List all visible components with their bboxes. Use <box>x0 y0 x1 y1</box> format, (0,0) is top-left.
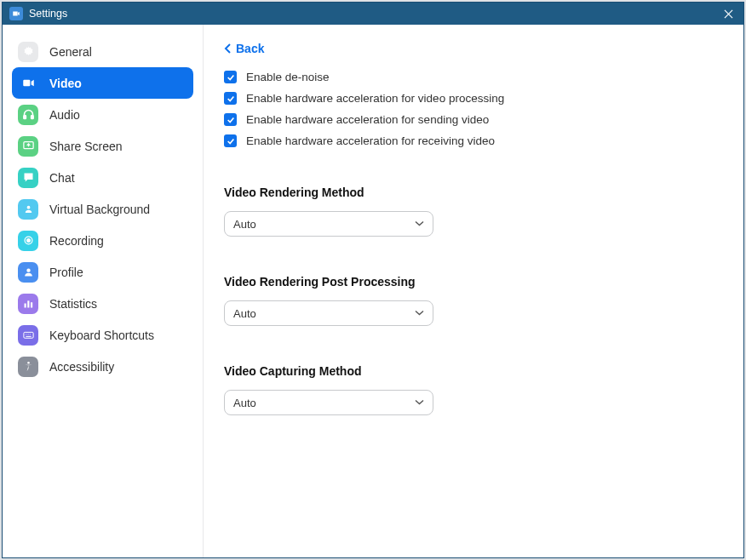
chevron-down-icon <box>415 310 424 317</box>
section-title: Video Rendering Post Processing <box>224 275 726 289</box>
recording-icon <box>18 231 38 251</box>
settings-window: Settings General Video <box>2 2 744 558</box>
select-post-processing[interactable]: Auto <box>224 300 433 326</box>
content-panel: Back Enable de-noise Enable hardware acc… <box>204 25 743 557</box>
checkbox-label: Enable de-noise <box>246 71 330 83</box>
statistics-icon <box>18 294 38 314</box>
chat-icon <box>18 168 38 188</box>
back-button[interactable]: Back <box>224 42 264 55</box>
sidebar-item-chat[interactable]: Chat <box>12 162 193 193</box>
sidebar-item-label: Accessibility <box>49 360 114 374</box>
back-label: Back <box>236 42 264 55</box>
svg-rect-3 <box>31 116 33 119</box>
sidebar-item-label: Chat <box>49 171 75 185</box>
sidebar-item-label: Profile <box>49 266 83 279</box>
checkbox-hw-receiving[interactable] <box>224 134 237 147</box>
app-icon <box>9 7 23 20</box>
sidebar-item-profile[interactable]: Profile <box>12 256 193 288</box>
sidebar-item-general[interactable]: General <box>12 36 193 67</box>
select-value: Auto <box>233 218 415 231</box>
sidebar: General Video Audio Share Screen <box>3 25 204 557</box>
svg-point-13 <box>27 362 30 364</box>
checkbox-group: Enable de-noise Enable hardware accelera… <box>224 71 726 147</box>
section-title: Video Rendering Method <box>224 186 726 199</box>
sidebar-item-accessibility[interactable]: Accessibility <box>12 351 193 382</box>
svg-rect-12 <box>23 332 32 338</box>
svg-rect-11 <box>31 302 32 307</box>
select-value: Auto <box>233 307 415 320</box>
sidebar-item-keyboard-shortcuts[interactable]: Keyboard Shortcuts <box>12 319 193 351</box>
section-rendering-method: Video Rendering Method Auto <box>224 186 726 237</box>
sidebar-item-label: Video <box>49 77 82 90</box>
section-title: Video Capturing Method <box>224 364 726 378</box>
sidebar-item-label: Recording <box>49 234 104 248</box>
virtual-background-icon <box>18 199 38 220</box>
svg-rect-9 <box>24 304 26 308</box>
accessibility-icon <box>18 357 38 377</box>
titlebar: Settings <box>3 3 743 25</box>
svg-point-5 <box>26 206 30 209</box>
select-value: Auto <box>233 397 415 409</box>
checkbox-label: Enable hardware acceleration for receivi… <box>246 134 495 147</box>
checkbox-hw-sending[interactable] <box>224 113 237 126</box>
video-icon <box>18 73 38 94</box>
svg-rect-2 <box>23 116 26 119</box>
svg-point-7 <box>26 239 30 243</box>
select-capturing-method[interactable]: Auto <box>224 390 433 415</box>
chevron-down-icon <box>415 399 424 406</box>
checkbox-label: Enable hardware acceleration for video p… <box>246 92 504 105</box>
sidebar-item-label: Statistics <box>49 297 97 311</box>
svg-rect-10 <box>27 300 29 307</box>
checkbox-hw-processing[interactable] <box>224 92 237 105</box>
sidebar-item-statistics[interactable]: Statistics <box>12 288 193 319</box>
checkbox-row: Enable hardware acceleration for video p… <box>224 92 726 105</box>
select-rendering-method[interactable]: Auto <box>224 211 433 237</box>
checkbox-row: Enable hardware acceleration for receivi… <box>224 134 726 147</box>
window-title: Settings <box>29 8 720 20</box>
svg-rect-1 <box>23 80 30 87</box>
sidebar-item-share-screen[interactable]: Share Screen <box>12 130 193 162</box>
chevron-down-icon <box>415 220 424 227</box>
body: General Video Audio Share Screen <box>3 25 743 557</box>
checkbox-row: Enable de-noise <box>224 71 726 83</box>
sidebar-item-video[interactable]: Video <box>12 67 193 99</box>
sidebar-item-audio[interactable]: Audio <box>12 99 193 130</box>
svg-point-8 <box>26 268 30 271</box>
keyboard-icon <box>18 325 38 346</box>
sidebar-item-label: Keyboard Shortcuts <box>49 329 154 342</box>
section-capturing-method: Video Capturing Method Auto <box>224 364 726 415</box>
close-button[interactable] <box>720 5 737 22</box>
checkbox-row: Enable hardware acceleration for sending… <box>224 113 726 126</box>
checkbox-label: Enable hardware acceleration for sending… <box>246 113 489 126</box>
gear-icon <box>18 42 38 62</box>
sidebar-item-label: Audio <box>49 108 80 122</box>
chevron-left-icon <box>224 43 232 54</box>
sidebar-item-recording[interactable]: Recording <box>12 225 193 256</box>
share-screen-icon <box>18 136 38 157</box>
section-post-processing: Video Rendering Post Processing Auto <box>224 275 726 326</box>
sidebar-item-label: Share Screen <box>49 140 123 153</box>
sidebar-item-label: Virtual Background <box>49 203 150 216</box>
sidebar-item-label: General <box>49 45 92 59</box>
checkbox-denoise[interactable] <box>224 71 237 83</box>
headphones-icon <box>18 105 38 125</box>
sidebar-item-virtual-background[interactable]: Virtual Background <box>12 193 193 225</box>
profile-icon <box>18 262 38 283</box>
